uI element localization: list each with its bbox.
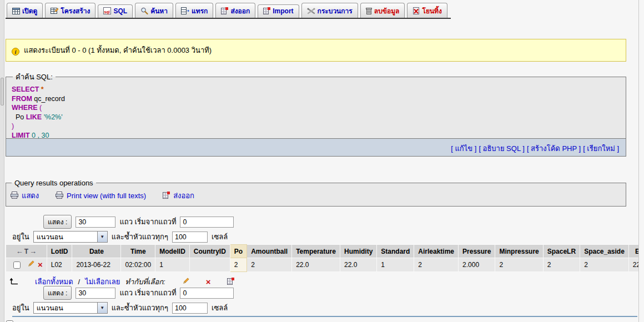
sql-line: WHERE ( — [12, 103, 620, 113]
table-row: ×L022013-06-2202:02:0012222.022.0122.000… — [6, 258, 639, 272]
with-selected-up-icon — [9, 277, 18, 286]
show-rows-button-bottom[interactable]: แสดง : — [43, 286, 72, 300]
query-ops-link-label: แสดง — [22, 190, 39, 202]
sql-footer-link-1[interactable]: [ อธิบาย SQL ] — [479, 144, 525, 153]
tab-structure[interactable]: โครงสร้าง — [45, 3, 95, 18]
delete-x-icon[interactable]: × — [38, 260, 43, 269]
uncheck-all-link[interactable]: ไม่เลือกเลย — [85, 276, 120, 288]
tab-export[interactable]: ส่งออก — [215, 3, 255, 18]
tab-label: โยนทิ้ง — [422, 7, 441, 15]
column-order-header[interactable]: ←T→ — [6, 245, 47, 258]
edit-selected-pencil-icon[interactable] — [182, 278, 189, 286]
cell-LotID: L02 — [47, 258, 72, 272]
column-header-Airleaktime[interactable]: Airleaktime — [414, 245, 459, 258]
cells-label: เซลล์ — [212, 231, 228, 243]
tab-label: โครงสร้าง — [61, 7, 90, 15]
tab-label: ลบข้อมูล — [374, 7, 400, 15]
start-row-input-bottom[interactable] — [180, 288, 234, 299]
notice-text: แสดงระเบียนที่ 0 - 0 (1 ทั้งหมด, คำค้นใช… — [24, 46, 212, 54]
tab-label: ค้นหา — [150, 7, 168, 15]
tab-insert[interactable]: แทรก — [175, 3, 213, 18]
column-header-Minpressure[interactable]: Minpressure — [495, 245, 543, 258]
column-header-Temperature[interactable]: Temperature — [292, 245, 340, 258]
query-ops-link-0[interactable]: แสดง — [11, 190, 39, 202]
repeat-headers-input-bottom[interactable] — [172, 303, 208, 314]
show-rows-button[interactable]: แสดง : — [43, 215, 72, 229]
content-right-border — [638, 0, 639, 322]
mode-control-row-bottom: อยู่ในแนวนอน▼และซ้ำหัวแถวทุกๆเซลล์ — [12, 301, 234, 314]
info-icon: i — [12, 48, 19, 56]
cells-label: เซลล์ — [212, 302, 228, 314]
column-header-Humidity[interactable]: Humidity — [340, 245, 376, 258]
column-header-Standard[interactable]: Standard — [377, 245, 414, 258]
column-header-Pressure[interactable]: Pressure — [459, 245, 495, 258]
rows-count-input[interactable] — [76, 217, 115, 228]
query-ops-link-2[interactable]: ส่งออก — [163, 190, 194, 202]
column-header-SpaceLR[interactable]: SpaceLR — [543, 245, 580, 258]
column-header-Space_aside[interactable]: Space_aside — [580, 245, 629, 258]
cell-Airleaktime: 2 — [414, 258, 459, 272]
row-checkbox[interactable] — [13, 261, 21, 269]
structure-icon — [51, 7, 58, 16]
column-header-ModelID[interactable]: ModelID — [155, 245, 190, 258]
print-icon — [56, 192, 63, 200]
sql-footer-links: [ แก้ไข ][ อธิบาย SQL ][ สร้างโค้ด PHP ]… — [6, 139, 626, 157]
tab-sql[interactable]: sqlSQL — [98, 4, 133, 18]
tab-import[interactable]: Import — [258, 4, 299, 18]
sql-line: SELECT * — [12, 85, 620, 94]
column-header-Er[interactable]: Er — [628, 245, 638, 258]
column-header-LotID[interactable]: LotID — [47, 245, 72, 258]
arrow-right-icon[interactable]: → — [29, 247, 37, 255]
column-header-CountryID[interactable]: CountryID — [189, 245, 230, 258]
frame-divider[interactable] — [0, 0, 4, 322]
query-ops-link-1[interactable]: Print view (with full texts) — [56, 192, 146, 200]
edit-pencil-icon[interactable] — [27, 260, 34, 269]
column-header-Time[interactable]: Time — [121, 245, 155, 258]
query-ops-links: แสดงPrint view (with full texts)ส่งออก — [11, 189, 621, 202]
query-ops-link-label: ส่งออก — [173, 190, 194, 202]
export-icon — [163, 192, 170, 200]
delete-selected-x-icon[interactable]: × — [206, 279, 211, 285]
tab-drop[interactable]: โยนทิ้ง — [407, 3, 447, 18]
tab-label: SQL — [113, 7, 127, 15]
print-icon — [11, 192, 18, 200]
check-separator: / — [78, 278, 80, 286]
frame-resize-handle[interactable] — [1, 78, 4, 105]
sql-footer-link-2[interactable]: [ สร้างโค้ด PHP ] — [527, 144, 581, 153]
tab-label: Import — [273, 7, 293, 15]
start-row-input[interactable] — [180, 217, 234, 228]
rows-control-row-bottom: แสดง :แถว เริ่มจากแถวที่ — [43, 286, 234, 299]
rows-count-input-bottom[interactable] — [76, 288, 115, 299]
tab-empty[interactable]: ลบข้อมูล — [360, 3, 405, 18]
pagination-controls-bottom: แสดง :แถว เริ่มจากแถวที่อยู่ในแนวนอน▼และ… — [6, 286, 234, 314]
tab-browse[interactable]: เปิดดู — [7, 3, 43, 18]
tab-operations[interactable]: กระบวนการ — [301, 3, 358, 18]
insert-icon — [181, 7, 189, 16]
export-selected-icon[interactable] — [227, 278, 234, 286]
cell-Time: 02:02:00 — [121, 258, 155, 272]
repeat-headers-input[interactable] — [172, 232, 208, 243]
query-ops-link-label: Print view (with full texts) — [67, 192, 146, 200]
sql-line: Po LIKE '%2%' — [12, 113, 620, 122]
tab-label: แทรก — [192, 7, 208, 15]
column-toggle-icon[interactable]: T — [24, 248, 28, 255]
column-header-Date[interactable]: Date — [72, 245, 121, 258]
cell-Amountball: 2 — [247, 258, 292, 272]
sql-footer-link-0[interactable]: [ แก้ไข ] — [451, 144, 476, 153]
sql-box-legend: คำค้น SQL: — [13, 71, 56, 83]
table-header-row: ←T→LotIDDateTimeModelIDCountryIDPoAmount… — [6, 245, 639, 258]
display-mode-select-bottom[interactable]: แนวนอน▼ — [33, 302, 108, 314]
column-header-Po[interactable]: Po — [230, 245, 246, 258]
sql-footer-link-3[interactable]: [ เรียกใหม่ ] — [583, 144, 619, 153]
display-mode-select[interactable]: แนวนอน▼ — [33, 231, 108, 243]
tab-search[interactable]: ค้นหา — [135, 3, 173, 18]
query-results-operations: Query results operations แสดงPrint view … — [6, 179, 626, 207]
cell-Temperature: 22.0 — [292, 258, 340, 272]
column-header-Amountball[interactable]: Amountball — [247, 245, 292, 258]
arrow-left-icon[interactable]: ← — [16, 247, 23, 255]
sql-icon: sql — [103, 7, 111, 16]
mode-label: อยู่ใน — [12, 231, 29, 243]
cell-Date: 2013-06-22 — [72, 258, 121, 272]
chevron-down-icon: ▼ — [97, 303, 107, 313]
query-ops-legend: Query results operations — [12, 179, 96, 187]
